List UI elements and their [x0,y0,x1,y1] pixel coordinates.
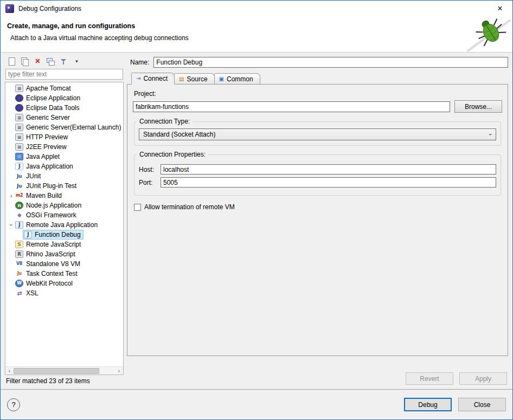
java-applet-icon: ▫ [15,153,23,160]
filter-configs-button[interactable] [58,56,69,67]
tree-item[interactable]: JuTask Context Test [5,269,123,279]
tree-item-label: Task Context Test [26,270,78,277]
duplicate-icon [20,57,29,66]
tab-source[interactable]: ▤Source [174,73,214,84]
browse-button[interactable]: Browse... [454,100,502,113]
tree-item-label: WebKit Protocol [26,280,73,287]
port-input[interactable] [161,177,496,188]
scrollbar-thumb[interactable] [14,368,99,374]
close-icon[interactable]: × [488,1,512,17]
tree-item[interactable]: WWebKit Protocol [5,279,123,288]
allow-termination-checkbox[interactable] [134,204,141,211]
tree-item[interactable]: ≡J2EE Preview [5,142,123,152]
expander-spacer [8,123,15,132]
expander-spacer [8,211,15,219]
wizard-header: Create, manage, and run configurations A… [1,17,512,53]
host-label: Host: [139,166,156,173]
tree-item[interactable]: ›m2Maven Build [5,191,123,201]
name-input[interactable] [153,57,508,68]
delete-icon [33,57,42,66]
tree-item-label: Rhino JavaScript [26,250,75,258]
tree-item[interactable]: nNode.js Application [5,201,123,210]
eclipse-data-tools-icon [15,104,23,112]
tab-label: Connect [143,75,168,82]
tree-item[interactable]: JuJUnit [5,171,123,181]
filter-input[interactable] [5,69,123,80]
tree-item-label: XSL [26,289,39,297]
tree-item-label: Node.js Application [26,202,81,209]
scroll-left-icon[interactable]: ‹ [5,367,14,375]
java-application-icon: J [15,163,23,170]
wizard-title: Create, manage, and run configurations [7,22,512,30]
close-button[interactable]: Close [458,398,506,411]
tree-item[interactable]: ≡HTTP Preview [5,132,123,142]
titlebar: Debug Configurations × [1,1,512,17]
tree-item[interactable]: ⇄XSL [5,288,123,298]
dialog-icon [5,4,14,13]
dialog-footer: ? Debug Close [1,389,512,419]
expander-icon[interactable]: › [7,222,16,229]
function-debug-icon: J [24,231,32,238]
project-row: Browse... [133,100,502,113]
tab-connect[interactable]: ⇥Connect [131,73,175,85]
expander-spacer [8,113,15,122]
tree-item[interactable]: ›JRemote Java Application [5,220,123,230]
help-button[interactable]: ? [7,398,20,411]
expander-spacer [8,279,15,288]
tree-item[interactable]: ▫Java Applet [5,152,123,161]
tree-item[interactable]: ◆OSGi Framework [5,210,123,220]
expander-spacer [8,260,15,268]
tree-item[interactable]: V8Standalone V8 VM [5,259,123,269]
tree-item[interactable]: Eclipse Data Tools [5,103,123,113]
host-input[interactable] [161,164,496,175]
tree-item-label: Generic Server(External Launch) [26,124,121,131]
scroll-right-icon[interactable]: › [115,367,123,375]
collapse-all-icon [46,57,55,66]
apply-button[interactable]: Apply [459,372,507,385]
tree-item[interactable]: ≡Apache Tomcat [5,83,123,93]
expander-icon[interactable]: › [8,191,15,200]
debug-button[interactable]: Debug [404,398,452,411]
junit-icon: Ju [15,172,23,180]
dialog-body: ≡Apache TomcatEclipse ApplicationEclipse… [1,53,512,389]
connection-properties-group: Connection Properties: Host: Port: [134,154,501,196]
webkit-protocol-icon: W [15,280,23,287]
collapse-all-button[interactable] [45,56,56,67]
j2ee-preview-icon: ≡ [15,143,23,151]
connection-type-select[interactable]: Standard (Socket Attach) › [139,128,496,140]
horizontal-scrollbar[interactable]: ‹ › [5,366,123,374]
tree-item-label: Remote Java Application [26,221,98,229]
expander-spacer [8,240,15,249]
tree-item-label: Java Applet [26,153,60,160]
revert-button[interactable]: Revert [406,372,453,385]
new-launch-config-button[interactable] [6,56,17,67]
maven-build-icon: m2 [15,192,23,199]
tree-item[interactable]: RRhino JavaScript [5,249,123,259]
sidebar-toolbar [5,55,124,69]
window-title: Debug Configurations [18,5,81,12]
name-label: Name: [130,59,149,66]
tree-item[interactable]: JFunction Debug [5,230,123,240]
project-input[interactable] [133,101,450,112]
tree-item[interactable]: ≡Generic Server(External Launch) [5,122,123,132]
tree-item-label: OSGi Framework [26,211,76,219]
expander-spacer [8,143,15,151]
tree-item[interactable]: Eclipse Application [5,93,123,103]
chevron-down-icon: › [488,133,494,135]
tree-item-label: Function Debug [35,231,81,238]
tree-item[interactable]: SRemote JavaScript [5,240,123,249]
tab-common[interactable]: ▣Common [214,73,260,84]
apache-tomcat-icon: ≡ [15,85,23,92]
port-row: Port: [139,177,496,188]
filter-icon [59,57,68,66]
tree-item[interactable]: JuJUnit Plug-in Test [5,181,123,191]
tree-item[interactable]: JJava Application [5,161,123,171]
configuration-editor: Name: ⇥Connect▤Source▣Common Project: Br… [127,55,508,386]
wizard-subtitle: Attach to a Java virtual machine accepti… [10,34,512,42]
tree-item[interactable]: ≡Generic Server [5,113,123,122]
name-row: Name: [130,57,508,68]
menu-arrow-icon [72,57,81,66]
duplicate-config-button[interactable] [19,56,30,67]
delete-config-button[interactable] [32,56,43,67]
filter-menu-button[interactable] [71,56,82,67]
